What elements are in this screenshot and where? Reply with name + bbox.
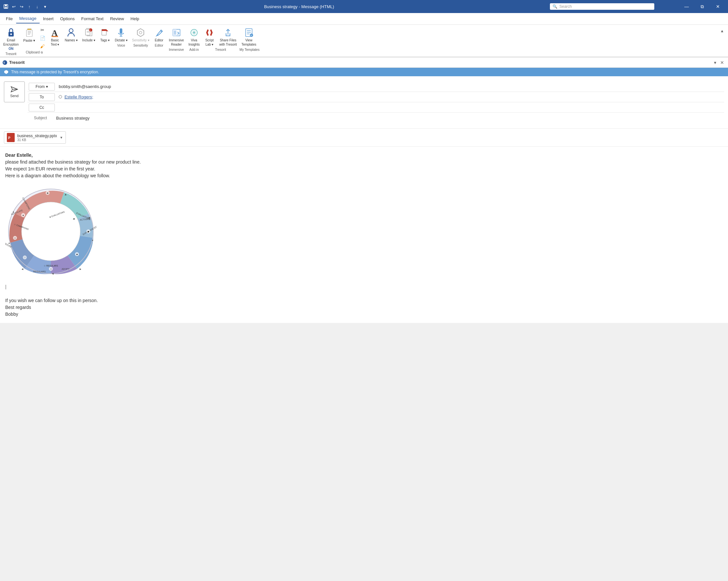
svg-rect-22 [120,28,122,33]
restore-button[interactable]: ⧉ [695,2,710,11]
dictate-button[interactable]: Dictate ▾ [113,26,129,43]
editor-button[interactable]: Editor [152,26,166,43]
view-templates-button[interactable]: + View Templates [239,26,258,48]
ribbon-group-names: Names ▾ [62,26,79,57]
editor-icon [154,27,164,38]
view-templates-sublabel: Templates [241,43,256,46]
tags-button[interactable]: Tags ▾ [98,26,112,43]
menu-file[interactable]: File [3,14,16,23]
menu-insert[interactable]: Insert [40,14,57,23]
ribbon-group-clipboard: Paste ▾ ✂ 📄 🖌 Clipboard ⧉ [21,26,47,57]
svg-rect-6 [26,30,32,36]
lock-icon [6,27,16,38]
ribbon-collapse-button[interactable]: ▲ [718,27,727,34]
attachment-item[interactable]: P business_strategy.pptx 31 KB ▾ [4,131,66,144]
menu-format-text[interactable]: Format Text [78,14,107,23]
to-button[interactable]: To [29,93,55,101]
cc-button[interactable]: Cc [29,104,55,111]
svg-point-50 [22,202,80,261]
cut-icon: ✂ [39,27,46,33]
svg-text:REGULARS: REGULARS [33,271,46,273]
viva-insights-label: Viva [191,38,197,42]
subject-label: Subject [27,114,53,121]
attachment-size: 31 KB [17,138,57,142]
editor-label: Editor [155,38,163,42]
share-files-button[interactable]: Share Files with Tresorit [217,26,239,48]
names-icon [66,27,76,38]
basic-text-button[interactable]: A Basic Text ▾ [48,26,62,48]
tresorit-collapse-button[interactable]: ▾ [713,59,718,66]
script-lab-button[interactable]: Script Lab ▾ [202,26,216,48]
viva-insights-button[interactable]: Viva Insights [187,26,202,48]
minimize-button[interactable]: — [679,2,694,11]
svg-text:☆: ☆ [14,237,16,239]
my-templates-group-label: My Templates [239,48,260,57]
include-label: Include ▾ [82,38,95,42]
sensitivity-icon [135,27,146,38]
ribbon-group-immersive: Immersive Reader Immersive [167,26,186,57]
svg-rect-9 [28,34,30,34]
names-button[interactable]: Names ▾ [62,26,79,43]
attachment-dropdown-button[interactable]: ▾ [60,135,63,140]
menu-options[interactable]: Options [57,14,78,23]
editor-group-label: Editor [152,43,166,57]
svg-point-4 [10,33,12,35]
include-group-label [80,43,97,57]
menu-message[interactable]: Message [16,14,40,24]
paste-icon [24,27,34,38]
search-bar[interactable]: 🔍 Search [550,3,654,10]
svg-text:T: T [3,61,5,64]
menu-review[interactable]: Review [107,14,127,23]
tresorit-close-button[interactable]: ✕ [719,59,725,66]
svg-text:♡: ♡ [24,256,26,259]
copy-button[interactable]: 📄 [38,34,47,42]
viva-insights-sublabel: Insights [188,43,200,46]
close-button[interactable]: ✕ [710,2,725,11]
window-controls: — ⧉ ✕ [679,2,725,11]
body-line6: If you wish we can follow up on this in … [5,297,723,304]
body-line8: Bobby [5,311,723,318]
subject-value[interactable]: Business strategy [53,114,724,122]
to-value[interactable]: Estelle Rogers; [56,93,724,101]
paste-button[interactable]: Paste ▾ [21,26,37,44]
svg-point-34 [193,32,195,33]
subject-row: Subject Business strategy [27,113,724,123]
more-icon[interactable]: ▾ [42,3,48,10]
share-files-sublabel: with Tresorit [219,43,237,46]
share-files-label: Share Files [220,38,236,42]
cc-input[interactable] [56,104,724,111]
down-arrow-icon[interactable]: ↓ [34,3,41,10]
immersive-group-label: Immersive [167,48,186,57]
recipient-name[interactable]: Estelle Rogers; [64,94,93,100]
send-arrow-icon [10,86,18,92]
body-line7: Best regards [5,304,723,311]
email-encryption-button[interactable]: Email Encryption ON [1,26,21,52]
tags-group-label [98,43,112,57]
ribbon-groups: Email Encryption ON Tresorit [0,26,728,57]
save-icon[interactable] [3,3,9,10]
body-line3: We expect 1m EUR revenue in the first ye… [5,166,723,172]
up-arrow-icon[interactable]: ↑ [26,3,33,10]
cut-button[interactable]: ✂ [38,26,47,34]
sensitivity-button[interactable]: Sensitivity ▾ [130,26,151,43]
ribbon-group-sensitivity: Sensitivity ▾ Sensitivity [130,26,151,57]
body-line2: please find attached the business strate… [5,159,723,166]
tresorit-banner-text: This message is protected by Tresorit's … [11,70,99,74]
immersive-reader-button[interactable]: Immersive Reader [167,26,186,48]
ribbon-group-editor: Editor Editor [152,26,166,57]
from-button[interactable]: From ▾ [29,83,55,90]
attachment-info: business_strategy.pptx 31 KB [17,134,57,142]
svg-text:▼: ▼ [92,239,94,242]
menu-help[interactable]: Help [127,14,142,23]
include-button[interactable]: ! Include ▾ [80,26,97,43]
redo-icon[interactable]: ↪ [18,3,25,10]
send-button[interactable]: Send [4,81,25,102]
email-encryption-label: Email [7,38,15,42]
names-label: Names ▾ [64,38,77,42]
diagram-area: ▶ ▶ ▼ ▶ ◀ ◀ ▲ ▲ EVALUATORS ACTIVATE EXPE… [5,186,723,277]
format-painter-button[interactable]: 🖌 [38,43,47,50]
undo-icon[interactable]: ↩ [10,3,17,10]
email-body[interactable]: Dear Estelle, please find attached the b… [0,147,728,323]
ribbon: Email Encryption ON Tresorit [0,25,728,57]
pptx-icon: P [7,133,15,142]
